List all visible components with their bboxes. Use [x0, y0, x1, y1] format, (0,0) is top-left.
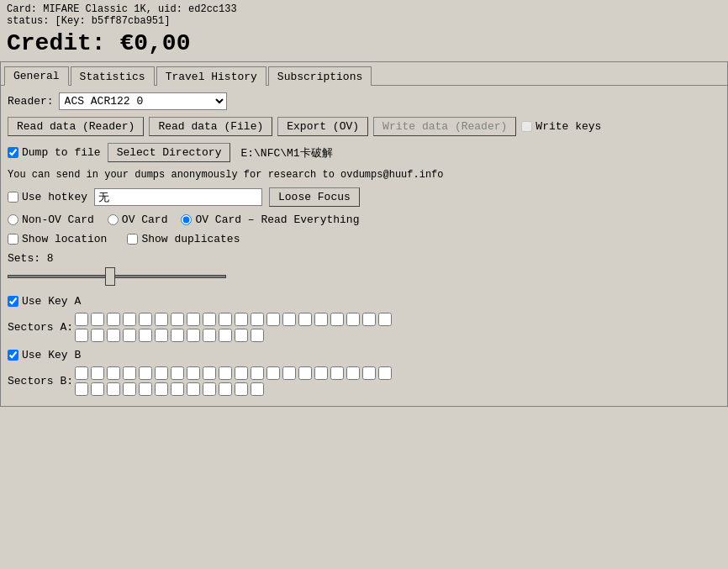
sector-checkbox[interactable] [123, 329, 136, 342]
show-duplicates-label[interactable]: Show duplicates [127, 233, 240, 245]
sector-checkbox[interactable] [155, 313, 168, 326]
sector-checkbox[interactable] [107, 313, 120, 326]
sector-checkbox[interactable] [251, 366, 264, 380]
sector-checkbox[interactable] [91, 313, 104, 326]
sector-checkbox[interactable] [219, 366, 232, 380]
show-location-label[interactable]: Show location [8, 233, 107, 245]
export-ov-button[interactable]: Export (OV) [277, 117, 368, 136]
sector-checkbox[interactable] [251, 382, 264, 396]
sector-checkbox[interactable] [219, 313, 232, 326]
sector-checkbox[interactable] [107, 366, 120, 380]
non-ov-card-radio-label[interactable]: Non-OV Card [8, 213, 94, 226]
sector-checkbox[interactable] [219, 382, 232, 396]
sector-checkbox[interactable] [155, 329, 168, 342]
ov-card-radio[interactable] [108, 214, 119, 225]
sector-checkbox[interactable] [235, 382, 248, 396]
tab-statistics[interactable]: Statistics [71, 66, 155, 86]
sector-checkbox[interactable] [219, 329, 232, 342]
non-ov-card-radio[interactable] [8, 214, 18, 225]
sector-checkbox[interactable] [187, 366, 200, 380]
sector-checkbox[interactable] [266, 366, 280, 380]
ov-read-all-radio[interactable] [181, 214, 192, 225]
sector-checkbox[interactable] [298, 366, 312, 380]
write-keys-checkbox[interactable] [521, 121, 532, 132]
show-duplicates-checkbox[interactable] [127, 234, 138, 245]
sector-checkbox[interactable] [171, 313, 184, 326]
sector-checkbox[interactable] [139, 366, 152, 380]
sector-checkbox[interactable] [75, 313, 88, 326]
sector-checkbox[interactable] [91, 382, 104, 396]
use-key-b-label[interactable]: Use Key B [8, 349, 81, 361]
sector-checkbox[interactable] [171, 366, 184, 380]
sector-checkbox[interactable] [155, 366, 168, 380]
read-reader-button[interactable]: Read data (Reader) [8, 117, 144, 136]
sector-checkbox[interactable] [251, 329, 264, 342]
sector-checkbox[interactable] [75, 366, 88, 380]
sector-checkbox[interactable] [203, 382, 216, 396]
use-hotkey-label[interactable]: Use hotkey [8, 191, 87, 203]
reader-select[interactable]: ACS ACR122 0 [59, 92, 227, 110]
sector-checkbox[interactable] [187, 313, 200, 326]
sector-checkbox[interactable] [282, 366, 296, 380]
sector-checkbox[interactable] [187, 329, 200, 342]
sector-checkbox[interactable] [330, 313, 344, 326]
sector-checkbox[interactable] [346, 366, 360, 380]
use-hotkey-checkbox[interactable] [8, 192, 18, 203]
sector-checkbox[interactable] [314, 313, 328, 326]
use-key-a-checkbox[interactable] [8, 296, 18, 307]
ov-read-all-radio-label[interactable]: OV Card – Read Everything [181, 213, 359, 226]
sectors-b-line-2 [75, 382, 392, 396]
sector-checkbox[interactable] [203, 329, 216, 342]
sector-checkbox[interactable] [139, 382, 152, 396]
sector-checkbox[interactable] [282, 313, 296, 326]
sector-checkbox[interactable] [314, 366, 328, 380]
write-keys-checkbox-label[interactable]: Write keys [521, 120, 601, 133]
sets-slider[interactable] [8, 268, 226, 285]
sector-checkbox[interactable] [171, 382, 184, 396]
sector-checkbox[interactable] [362, 313, 376, 326]
card-type-radio-group: Non-OV Card OV Card OV Card – Read Every… [8, 213, 720, 226]
sector-checkbox[interactable] [75, 329, 88, 342]
sector-checkbox[interactable] [298, 313, 312, 326]
select-directory-button[interactable]: Select Directory [108, 143, 231, 162]
sector-checkbox[interactable] [378, 313, 392, 326]
sector-checkbox[interactable] [251, 313, 264, 326]
sector-checkbox[interactable] [362, 366, 376, 380]
dump-to-file-checkbox[interactable] [8, 147, 18, 158]
sector-checkbox[interactable] [235, 313, 248, 326]
sector-checkbox[interactable] [123, 366, 136, 380]
sector-checkbox[interactable] [139, 313, 152, 326]
sector-checkbox[interactable] [187, 382, 200, 396]
sector-checkbox[interactable] [378, 366, 392, 380]
sector-checkbox[interactable] [91, 366, 104, 380]
sector-checkbox[interactable] [107, 382, 120, 396]
sector-checkbox[interactable] [123, 382, 136, 396]
sector-checkbox[interactable] [107, 329, 120, 342]
use-key-a-row: Use Key A [8, 295, 720, 308]
sector-checkbox[interactable] [155, 382, 168, 396]
tab-subscriptions[interactable]: Subscriptions [268, 66, 372, 86]
sector-checkbox[interactable] [203, 366, 216, 380]
sector-checkbox[interactable] [330, 366, 344, 380]
tab-general[interactable]: General [4, 66, 69, 86]
loose-focus-button[interactable]: Loose Focus [269, 187, 360, 207]
sector-checkbox[interactable] [139, 329, 152, 342]
sector-checkbox[interactable] [203, 313, 216, 326]
hotkey-input[interactable] [94, 188, 262, 206]
sector-checkbox[interactable] [235, 329, 248, 342]
sector-checkbox[interactable] [75, 382, 88, 396]
sector-checkbox[interactable] [235, 366, 248, 380]
sector-checkbox[interactable] [91, 329, 104, 342]
sector-checkbox[interactable] [171, 329, 184, 342]
sector-checkbox[interactable] [346, 313, 360, 326]
use-key-b-checkbox[interactable] [8, 350, 18, 361]
sector-checkbox[interactable] [123, 313, 136, 326]
show-location-checkbox[interactable] [8, 234, 18, 245]
sector-checkbox[interactable] [266, 313, 280, 326]
read-file-button[interactable]: Read data (File) [149, 117, 272, 136]
ov-card-radio-label[interactable]: OV Card [108, 213, 168, 226]
dump-to-file-label[interactable]: Dump to file [8, 146, 101, 159]
use-key-a-label[interactable]: Use Key A [8, 295, 81, 308]
tab-travel-history[interactable]: Travel History [156, 66, 266, 86]
use-key-b-row: Use Key B [8, 349, 720, 361]
